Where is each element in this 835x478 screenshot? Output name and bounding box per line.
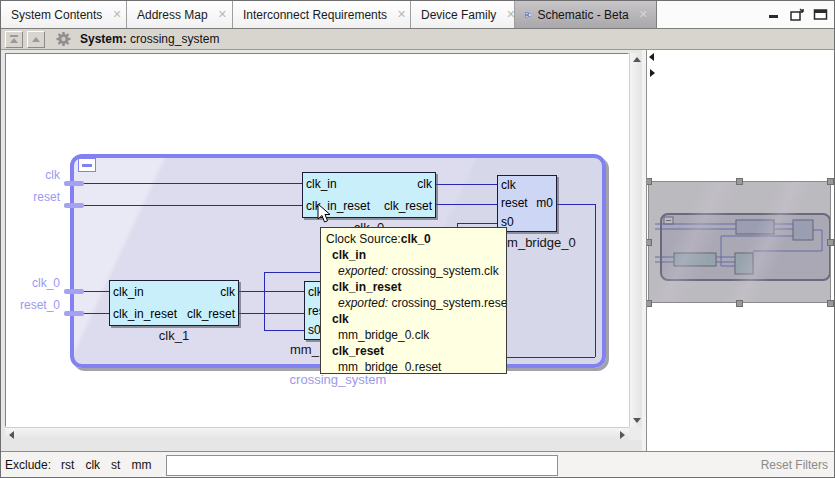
wire	[82, 313, 109, 314]
tab-schematic-beta[interactable]: Schematic - Beta ✕	[515, 1, 657, 28]
schematic-canvas[interactable]: clk reset clk_0 reset_0 clk_in clk clk_i…	[5, 53, 629, 427]
tooltip-title-value: clk_0	[401, 232, 431, 246]
move-up-button[interactable]	[27, 31, 45, 48]
filter-input[interactable]	[166, 455, 558, 476]
system-name-label: crossing_system	[70, 372, 606, 387]
port-clk[interactable]: clk	[417, 177, 432, 191]
wire	[239, 291, 304, 292]
move-to-top-button[interactable]	[5, 31, 23, 48]
tab-bar: System Contents ✕ Address Map ✕ Intercon…	[1, 1, 834, 29]
tooltip-target: mm_bridge_0.clk	[338, 328, 429, 342]
port-s0[interactable]: s0	[308, 323, 321, 337]
tab-interconnect-requirements[interactable]: Interconnect Requirements ✕	[233, 1, 411, 28]
port-clk-in-reset[interactable]: clk_in_reset	[306, 199, 370, 213]
tab-label: Device Family	[421, 8, 496, 22]
tabbar-spacer	[657, 1, 834, 28]
block-clk-1[interactable]: clk_in clk clk_in_reset clk_reset	[109, 280, 239, 326]
schematic-icon	[525, 7, 531, 23]
wire	[595, 204, 596, 357]
block-label-clk-1: clk_1	[109, 328, 239, 343]
vertical-scrollbar[interactable]	[629, 53, 642, 427]
tooltip-target: crossing_system.clk	[391, 264, 498, 278]
maximize-button[interactable]	[813, 8, 828, 21]
filter-token-rst[interactable]: rst	[61, 458, 74, 472]
port-clk-reset[interactable]: clk_reset	[187, 307, 235, 321]
port-clk[interactable]: clk	[220, 285, 235, 299]
scroll-left-icon[interactable]	[9, 431, 14, 439]
up-arrow-icon	[32, 37, 40, 42]
close-icon[interactable]: ✕	[397, 9, 406, 20]
port-clk-in[interactable]: clk_in	[113, 285, 144, 299]
external-port-label-clk[interactable]: clk	[8, 168, 60, 182]
wire	[557, 204, 595, 205]
resize-handle[interactable]	[827, 300, 834, 307]
tooltip-port: clk_in_reset	[332, 280, 401, 294]
wire	[82, 205, 302, 206]
wire	[264, 330, 304, 331]
wire	[239, 313, 304, 314]
external-port-stub-clk[interactable]	[64, 181, 84, 186]
external-port-stub-reset-0[interactable]	[64, 311, 84, 316]
wire	[264, 272, 265, 330]
tooltip-target: mm_bridge_0.reset	[338, 360, 441, 374]
resize-handle[interactable]	[646, 178, 652, 185]
tab-device-family[interactable]: Device Family ✕	[411, 1, 515, 28]
filter-bar: Exclude: rst clk st mm Reset Filters	[1, 451, 834, 478]
horizontal-scrollbar[interactable]	[5, 427, 629, 440]
tab-label: Interconnect Requirements	[243, 8, 387, 22]
external-port-stub-clk-0[interactable]	[64, 289, 84, 294]
system-title-label: System:	[80, 32, 127, 46]
scrollbar-corner	[629, 427, 642, 440]
minimap-viewport[interactable]	[648, 181, 831, 303]
tab-label: Schematic - Beta	[537, 8, 628, 22]
port-m0[interactable]: m0	[536, 196, 553, 210]
resize-handle[interactable]	[827, 178, 834, 185]
port-reset[interactable]: reset	[501, 196, 528, 210]
external-port-stub-reset[interactable]	[64, 203, 84, 208]
collapse-button[interactable]	[78, 158, 96, 172]
wire	[82, 291, 109, 292]
wire	[457, 223, 497, 224]
external-port-label-reset[interactable]: reset	[8, 190, 60, 204]
close-icon[interactable]: ✕	[112, 9, 121, 20]
filter-token-st[interactable]: st	[111, 458, 120, 472]
scroll-up-icon[interactable]	[633, 57, 641, 62]
tooltip-target: crossing_system.reset	[391, 296, 507, 310]
resize-handle[interactable]	[736, 300, 743, 307]
tab-system-contents[interactable]: System Contents ✕	[1, 1, 127, 28]
tab-address-map[interactable]: Address Map ✕	[127, 1, 233, 28]
port-clk-reset[interactable]: clk_reset	[384, 199, 432, 213]
minimize-button[interactable]	[767, 8, 782, 21]
minus-icon	[82, 164, 92, 167]
splitter-collapse-icon[interactable]	[648, 52, 656, 78]
resize-handle[interactable]	[827, 239, 834, 246]
scroll-right-icon[interactable]	[620, 431, 625, 439]
view-toolbar: System: crossing_system	[1, 29, 834, 50]
tab-label: System Contents	[11, 8, 102, 22]
port-clk-in[interactable]: clk_in	[306, 177, 337, 191]
filter-token-clk[interactable]: clk	[85, 458, 100, 472]
close-icon[interactable]: ✕	[218, 9, 227, 20]
tooltip-prefix: exported:	[338, 296, 388, 310]
resize-handle[interactable]	[646, 300, 652, 307]
clock-source-tooltip: Clock Source:clk_0 clk_in exported: cros…	[320, 227, 507, 374]
filter-token-mm[interactable]: mm	[131, 458, 151, 472]
float-restore-button[interactable]	[790, 8, 805, 21]
tooltip-port: clk	[332, 312, 349, 326]
scroll-down-icon[interactable]	[633, 418, 641, 423]
resize-handle[interactable]	[736, 178, 743, 185]
external-port-label-reset-0[interactable]: reset_0	[8, 298, 60, 312]
resize-handle[interactable]	[646, 239, 652, 246]
block-mm-bridge-0[interactable]: clk reset m0 s0	[497, 175, 557, 232]
reset-filters-button[interactable]: Reset Filters	[759, 458, 830, 472]
move-to-top-icon	[10, 35, 18, 37]
external-port-label-clk-0[interactable]: clk_0	[8, 276, 60, 290]
tooltip-title-prefix: Clock Source:	[326, 232, 401, 246]
port-clk[interactable]: clk	[501, 178, 516, 192]
overview-pane[interactable]	[646, 50, 835, 451]
close-icon[interactable]: ✕	[639, 9, 648, 20]
mouse-cursor	[317, 203, 331, 224]
main-area: clk reset clk_0 reset_0 clk_in clk clk_i…	[1, 50, 834, 451]
tooltip-prefix: exported:	[338, 264, 388, 278]
port-clk-in-reset[interactable]: clk_in_reset	[113, 307, 177, 321]
